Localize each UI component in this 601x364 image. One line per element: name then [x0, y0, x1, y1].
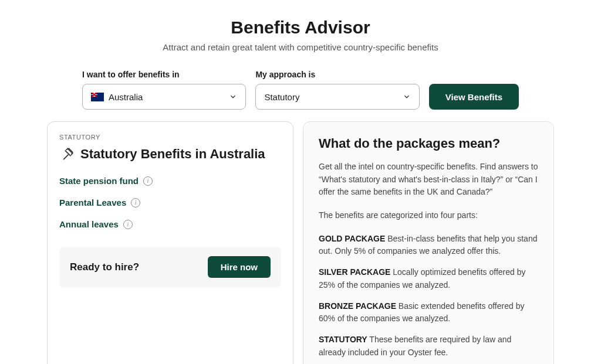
package-name: BRONZE PACKAGE: [319, 301, 396, 311]
hire-prompt: Ready to hire?: [70, 261, 139, 273]
results-panel: STATUTORY Statutory Benefits in Australi…: [47, 121, 293, 364]
info-icon[interactable]: i: [143, 176, 153, 186]
page-title: Benefits Advisor: [47, 18, 554, 38]
country-label: I want to offer benefits in: [82, 70, 246, 79]
hire-cta: Ready to hire? Hire now: [59, 247, 281, 287]
info-icon[interactable]: i: [123, 220, 133, 229]
results-title-row: Statutory Benefits in Australia: [59, 147, 281, 162]
page-header: Benefits Advisor Attract and retain grea…: [47, 18, 554, 52]
info-categories-intro: The benefits are categorized into four p…: [319, 209, 538, 222]
approach-select[interactable]: Statutory: [255, 84, 419, 110]
filter-bar: I want to offer benefits in Australia My…: [47, 70, 554, 110]
info-title: What do the packages mean?: [319, 136, 538, 151]
benefit-label: Parental Leaves: [59, 198, 126, 207]
package-description: STATUTORY These benefits are required by…: [319, 334, 538, 359]
package-description: SILVER PACKAGE Locally optimized benefit…: [319, 266, 538, 291]
info-intro: Get all the intel on country-specific be…: [319, 161, 538, 199]
benefit-label: Annual leaves: [59, 219, 119, 229]
benefit-item[interactable]: Annual leaves i: [59, 219, 281, 229]
approach-filter: My approach is Statutory: [255, 70, 419, 110]
package-name: SILVER PACKAGE: [319, 267, 390, 277]
chevron-down-icon: [403, 93, 411, 101]
results-title: Statutory Benefits in Australia: [80, 147, 265, 162]
approach-label: My approach is: [255, 70, 419, 79]
package-description: BRONZE PACKAGE Basic extended benefits o…: [319, 300, 538, 325]
info-icon[interactable]: i: [131, 198, 140, 207]
package-tag: STATUTORY: [59, 134, 281, 141]
hire-now-button[interactable]: Hire now: [208, 256, 271, 278]
chevron-down-icon: [229, 93, 237, 101]
approach-value: Statutory: [264, 92, 299, 102]
package-name: STATUTORY: [319, 335, 367, 344]
flag-icon: [91, 93, 104, 101]
country-value: Australia: [109, 92, 143, 102]
page-subtitle: Attract and retain great talent with com…: [47, 42, 554, 52]
country-select[interactable]: Australia: [82, 84, 246, 110]
package-description: GOLD PACKAGE Best-in-class benefits that…: [319, 233, 538, 258]
main-content: STATUTORY Statutory Benefits in Australi…: [47, 121, 554, 364]
package-name: GOLD PACKAGE: [319, 234, 385, 243]
country-filter: I want to offer benefits in Australia: [82, 70, 246, 110]
view-benefits-button[interactable]: View Benefits: [429, 84, 519, 110]
benefit-item[interactable]: State pension fund i: [59, 176, 281, 186]
benefit-label: State pension fund: [59, 176, 139, 186]
gavel-icon: [59, 147, 75, 162]
benefit-item[interactable]: Parental Leaves i: [59, 198, 281, 207]
info-panel: What do the packages mean? Get all the i…: [303, 121, 554, 364]
